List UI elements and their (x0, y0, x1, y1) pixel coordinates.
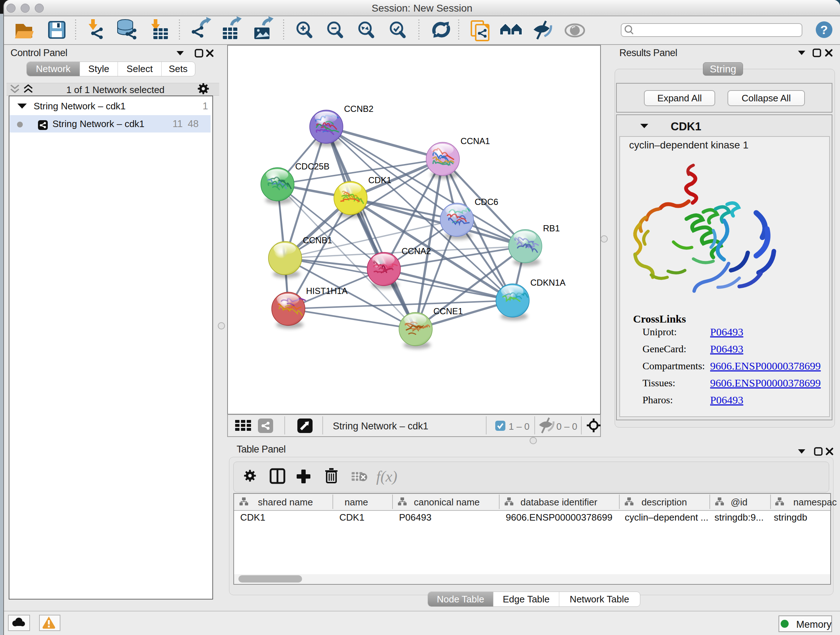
svg-text:f(x): f(x) (376, 468, 397, 485)
svg-text:?: ? (821, 23, 828, 36)
svg-text:description: description (641, 497, 687, 508)
svg-text:@id: @id (731, 497, 748, 508)
svg-text:canonical name: canonical name (414, 497, 480, 508)
svg-text:name: name (344, 497, 368, 508)
svg-text:shared name: shared name (258, 497, 313, 508)
svg-text:database identifier: database identifier (521, 497, 598, 508)
svg-text:namespac: namespac (793, 497, 837, 508)
